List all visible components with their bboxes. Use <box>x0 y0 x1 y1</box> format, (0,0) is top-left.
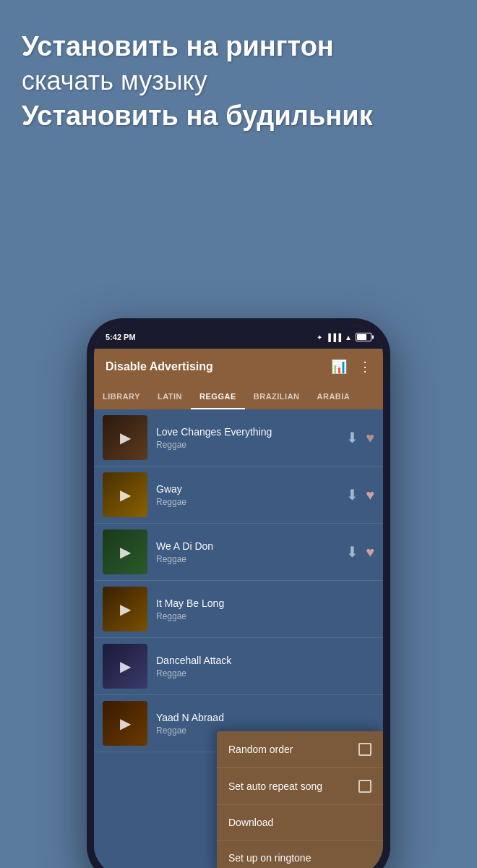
menu-item-ringtone[interactable]: Set up on ringtone <box>217 841 383 868</box>
signal-icon: ▐▐▐ <box>326 333 341 341</box>
song-name: Love Changes Everything <box>156 426 346 438</box>
promo-line2: скачать музыку <box>22 64 455 98</box>
song-actions: ⬇ ♥ <box>346 486 374 503</box>
promo-line3: Установить на будильник <box>22 98 455 134</box>
song-info: It May Be Long Reggae <box>156 597 374 621</box>
song-name: Dancehall Attack <box>156 655 374 666</box>
bluetooth-icon: ✦ <box>317 333 322 341</box>
context-menu: Random order Set auto repeat song Downlo… <box>217 731 383 868</box>
song-thumbnail[interactable]: ▶ <box>103 644 147 689</box>
more-menu-icon[interactable]: ⋮ <box>358 359 371 375</box>
chart-icon[interactable]: 📊 <box>331 359 347 375</box>
play-icon[interactable]: ▶ <box>120 486 131 503</box>
song-genre: Reggae <box>156 611 374 621</box>
list-item: ▶ Gway Reggae ⬇ ♥ <box>94 467 383 524</box>
song-info: We A Di Don Reggae <box>156 540 346 564</box>
favorite-button[interactable]: ♥ <box>366 430 374 446</box>
tab-brazilian[interactable]: BRAZILIAN <box>245 385 309 409</box>
favorite-button[interactable]: ♥ <box>366 544 374 561</box>
menu-item-label: Set up on ringtone <box>228 852 311 864</box>
list-item: ▶ We A Di Don Reggae ⬇ ♥ <box>94 524 383 581</box>
download-button[interactable]: ⬇ <box>346 543 358 561</box>
tab-reggae[interactable]: REGGAE <box>191 385 245 409</box>
play-icon[interactable]: ▶ <box>120 429 131 446</box>
favorite-button[interactable]: ♥ <box>366 487 374 503</box>
phone-mockup: 5:42 PM ✦ ▐▐▐ ▲ Disable Advertising 📊 <box>87 318 390 868</box>
battery-icon <box>356 333 371 341</box>
song-thumbnail[interactable]: ▶ <box>103 415 147 460</box>
download-button[interactable]: ⬇ <box>346 429 358 446</box>
header-icons: 📊 ⋮ <box>331 359 371 375</box>
play-icon[interactable]: ▶ <box>120 658 131 675</box>
tabs-bar: LIBRARY LATIN REGGAE BRAZILIAN ARABIA <box>94 385 383 409</box>
tab-library[interactable]: LIBRARY <box>94 385 149 409</box>
song-name: We A Di Don <box>156 540 346 552</box>
song-list: ▶ Love Changes Everything Reggae ⬇ ♥ <box>94 409 383 868</box>
promo-text-area: Установить на рингтон скачать музыку Уст… <box>0 0 477 156</box>
checkbox-repeat[interactable] <box>358 780 371 793</box>
song-genre: Reggae <box>156 554 346 564</box>
menu-item-label: Random order <box>228 744 293 755</box>
status-icons: ✦ ▐▐▐ ▲ <box>317 333 371 341</box>
wifi-icon: ▲ <box>345 333 352 341</box>
song-thumbnail[interactable]: ▶ <box>103 529 147 574</box>
checkbox-random[interactable] <box>358 743 371 756</box>
song-genre: Reggae <box>156 497 346 507</box>
song-info: Love Changes Everything Reggae <box>156 426 346 450</box>
song-name: Gway <box>156 483 346 495</box>
app-content: Disable Advertising 📊 ⋮ LIBRARY LATIN RE… <box>94 349 383 868</box>
promo-line1: Установить на рингтон <box>22 29 455 64</box>
list-item: ▶ Love Changes Everything Reggae ⬇ ♥ <box>94 409 383 467</box>
song-thumbnail[interactable]: ▶ <box>103 701 147 746</box>
song-actions: ⬇ ♥ <box>346 429 374 446</box>
menu-item-download[interactable]: Download <box>217 805 383 841</box>
app-title: Disable Advertising <box>106 360 213 373</box>
tab-latin[interactable]: LATIN <box>149 385 191 409</box>
menu-item-random[interactable]: Random order <box>217 731 383 768</box>
menu-item-repeat[interactable]: Set auto repeat song <box>217 768 383 805</box>
play-icon[interactable]: ▶ <box>120 543 131 561</box>
list-item: ▶ It May Be Long Reggae <box>94 581 383 638</box>
song-genre: Reggae <box>156 440 346 450</box>
song-name: Yaad N Abraad <box>156 712 374 723</box>
menu-item-label: Download <box>228 817 273 828</box>
song-genre: Reggae <box>156 668 374 678</box>
song-info: Gway Reggae <box>156 483 346 507</box>
menu-item-label: Set auto repeat song <box>228 780 322 792</box>
status-time: 5:42 PM <box>106 333 136 341</box>
tab-arabia[interactable]: ARABIA <box>309 385 359 409</box>
play-icon[interactable]: ▶ <box>120 600 131 618</box>
app-header: Disable Advertising 📊 ⋮ <box>94 349 383 385</box>
play-icon[interactable]: ▶ <box>120 715 131 732</box>
phone-notch <box>195 326 282 346</box>
song-thumbnail[interactable]: ▶ <box>103 472 147 517</box>
phone-inner: 5:42 PM ✦ ▐▐▐ ▲ Disable Advertising 📊 <box>94 326 383 868</box>
song-info: Dancehall Attack Reggae <box>156 655 374 678</box>
song-actions: ⬇ ♥ <box>346 543 374 561</box>
battery-fill <box>357 334 366 340</box>
phone-outer: 5:42 PM ✦ ▐▐▐ ▲ Disable Advertising 📊 <box>87 318 390 868</box>
song-name: It May Be Long <box>156 597 374 609</box>
list-item: ▶ Dancehall Attack Reggae <box>94 638 383 695</box>
download-button[interactable]: ⬇ <box>346 486 358 503</box>
song-thumbnail[interactable]: ▶ <box>103 587 147 631</box>
